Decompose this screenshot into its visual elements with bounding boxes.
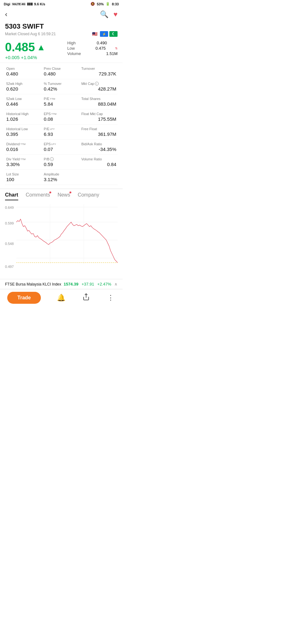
price-up-arrow: ▲ bbox=[37, 42, 46, 53]
mkt-cap-label: Mkt Cap i bbox=[81, 82, 116, 86]
chart-section: 0.649 0.599 0.548 0.497 bbox=[0, 202, 123, 279]
low-row: Low 0.475 ⇅ bbox=[67, 46, 118, 51]
time-label: 8:33 bbox=[112, 2, 119, 6]
mkt-cap-cell: Mkt Cap i 428.27M bbox=[80, 79, 118, 94]
stock-title: 5303 SWIFT bbox=[5, 22, 118, 31]
battery-icon: 🔋 bbox=[106, 2, 110, 6]
52wk-low-cell: 52wk Low 0.446 bbox=[5, 94, 42, 109]
float-mkt-cap-cell: Float Mkt Cap 175.55M bbox=[80, 109, 118, 125]
pe-lfy-label: P/ELFY bbox=[44, 127, 79, 131]
favorite-icon[interactable]: ♥ bbox=[113, 10, 118, 19]
hist-low-label: Historical Low bbox=[6, 127, 41, 131]
open-label: Open bbox=[6, 67, 41, 70]
hist-high-cell: Historical High 1.026 bbox=[5, 109, 42, 125]
div-yield-ttm-label: Div YieldTTM bbox=[6, 157, 41, 161]
dividend-ttm-value: 0.016 bbox=[6, 147, 41, 152]
price-right: High 0.490 Low 0.475 ⇅ Volume 1.51M bbox=[67, 41, 118, 56]
amplitude-cell: Amplitude 3.12% bbox=[42, 170, 80, 185]
nav-right: 🔍 ♥ bbox=[100, 10, 118, 19]
bid-ask-ratio-value: -34.35% bbox=[81, 147, 116, 152]
eps-ttm-value: 0.08 bbox=[44, 116, 79, 122]
total-shares-label: Total Shares bbox=[81, 97, 116, 101]
flag-b-icon[interactable]: ⚡ bbox=[100, 31, 108, 37]
more-options-icon[interactable]: ⋮ bbox=[106, 292, 115, 303]
news-notification-dot bbox=[69, 192, 71, 193]
flag-g-icon[interactable]: ☾ bbox=[109, 31, 118, 37]
price-chart[interactable] bbox=[16, 204, 118, 270]
pct-turnover-cell: % Turnover 0.42% bbox=[42, 79, 80, 94]
status-bar: Digi VoLTE 4G ▮▮▮ 9.6 K/s 🔕 53% 🔋 8:33 bbox=[0, 0, 123, 8]
trade-button[interactable]: Trade bbox=[7, 292, 41, 304]
pe-ttm-label: P/ETTM bbox=[44, 97, 79, 101]
volume-ratio-value: 0.84 bbox=[81, 162, 116, 167]
turnover-label: Turnover bbox=[81, 67, 116, 70]
speed-label: 9.6 K/s bbox=[34, 2, 45, 6]
hist-high-label: Historical High bbox=[6, 112, 41, 116]
search-icon[interactable]: 🔍 bbox=[100, 10, 108, 19]
mkt-cap-value: 428.27M bbox=[81, 86, 116, 92]
index-expand-icon[interactable]: ∧ bbox=[114, 282, 118, 286]
flag-malaysia-icon[interactable]: 🇲🇾 bbox=[91, 31, 99, 37]
lot-size-label: Lot Size bbox=[6, 172, 41, 176]
pb-info-icon[interactable]: i bbox=[50, 157, 54, 161]
main-price: 0.485 ▲ bbox=[5, 41, 67, 54]
share-icon[interactable] bbox=[81, 292, 91, 304]
low-arrow: ⇅ bbox=[115, 47, 118, 50]
bottom-index-bar[interactable]: FTSE Bursa Malaysia KLCI Index 1574.39 +… bbox=[0, 279, 123, 289]
prev-close-label: Prev Close bbox=[44, 67, 79, 70]
open-value: 0.480 bbox=[6, 71, 41, 76]
total-shares-cell: Total Shares 883.04M bbox=[80, 94, 118, 109]
pe-ttm-value: 5.84 bbox=[44, 101, 79, 107]
eps-lfy-value: 0.07 bbox=[44, 147, 79, 152]
div-yield-ttm-value: 3.30% bbox=[6, 162, 41, 167]
pb-label: P/B i bbox=[44, 157, 79, 161]
tab-comments[interactable]: Comments bbox=[26, 192, 50, 200]
empty-cell bbox=[80, 170, 118, 185]
flag-icons: 🇲🇾 ⚡ ☾ bbox=[91, 31, 118, 37]
turnover-value: 729.37K bbox=[81, 71, 116, 76]
price-value: 0.485 bbox=[5, 41, 35, 54]
mkt-cap-info-icon[interactable]: i bbox=[95, 82, 99, 86]
bid-ask-ratio-cell: Bid/Ask Ratio -34.35% bbox=[80, 140, 118, 155]
high-row: High 0.490 bbox=[67, 41, 118, 45]
stock-code: 5303 bbox=[5, 22, 20, 30]
y-label-top: 0.649 bbox=[5, 206, 14, 209]
total-shares-value: 883.04M bbox=[81, 101, 116, 107]
tabs-section: Chart Comments News Company bbox=[0, 189, 123, 202]
price-change: +0.005 +1.04% bbox=[5, 55, 67, 60]
52wk-high-value: 0.620 bbox=[6, 86, 41, 92]
turnover-cell: Turnover 729.37K bbox=[80, 64, 118, 79]
back-button[interactable]: ‹ bbox=[5, 10, 7, 19]
open-cell: Open 0.480 bbox=[5, 64, 42, 79]
stock-header: 5303 SWIFT Market Closed Aug 6 16:59:21 … bbox=[0, 21, 123, 39]
battery-label: 53% bbox=[97, 2, 104, 6]
tab-chart[interactable]: Chart bbox=[5, 192, 18, 200]
network-label: VoLTE 4G bbox=[12, 3, 26, 6]
tab-company[interactable]: Company bbox=[78, 192, 99, 200]
header-nav: ‹ 🔍 ♥ bbox=[0, 8, 123, 21]
hist-low-value: 0.395 bbox=[6, 131, 41, 137]
index-values: 1574.39 +37.91 +2.47% ∧ bbox=[63, 282, 118, 286]
div-yield-ttm-cell: Div YieldTTM 3.30% bbox=[5, 155, 42, 170]
low-label: Low bbox=[67, 46, 86, 51]
free-float-label: Free Float bbox=[81, 127, 116, 131]
signal-bars: ▮▮▮ bbox=[27, 2, 33, 6]
52wk-low-value: 0.446 bbox=[6, 101, 41, 107]
dividend-ttm-cell: DividendTTM 0.016 bbox=[5, 140, 42, 155]
lot-size-value: 100 bbox=[6, 177, 41, 182]
prev-close-cell: Prev Close 0.480 bbox=[42, 64, 80, 79]
dividend-ttm-label: DividendTTM bbox=[6, 142, 41, 146]
pe-lfy-cell: P/ELFY 6.93 bbox=[42, 125, 80, 140]
market-status: Market Closed Aug 6 16:59:21 bbox=[5, 32, 56, 36]
tab-news[interactable]: News bbox=[58, 192, 70, 200]
amplitude-value: 3.12% bbox=[44, 177, 79, 182]
volume-label: Volume bbox=[67, 51, 86, 56]
volume-ratio-label: Volume Ratio bbox=[81, 157, 116, 161]
data-grid: Open 0.480 Prev Close 0.480 Turnover 729… bbox=[0, 63, 123, 186]
notification-bell-icon[interactable]: 🔔 bbox=[56, 292, 67, 303]
eps-ttm-label: EPSTTM bbox=[44, 112, 79, 116]
lot-size-cell: Lot Size 100 bbox=[5, 170, 42, 185]
float-mkt-cap-label: Float Mkt Cap bbox=[81, 112, 116, 116]
status-right: 🔕 53% 🔋 8:33 bbox=[91, 2, 119, 6]
index-change: +37.91 bbox=[81, 282, 94, 286]
